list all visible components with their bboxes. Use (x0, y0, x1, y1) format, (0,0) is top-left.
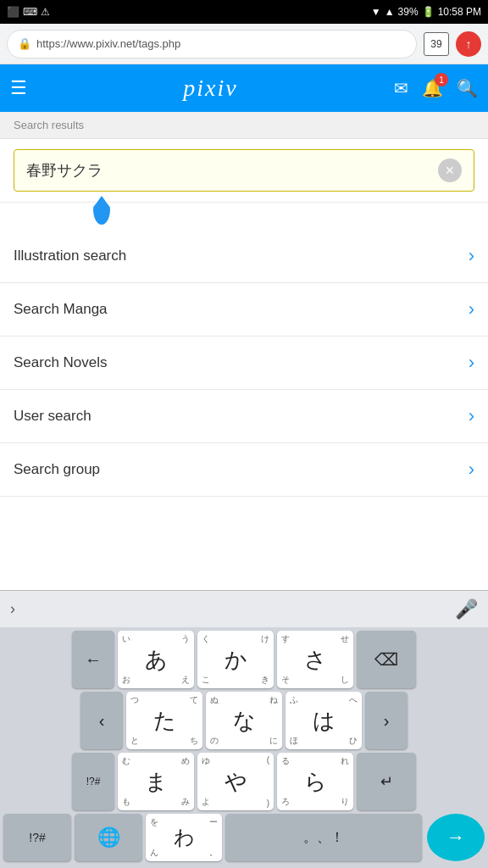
keyboard-toolbar: › 🎤 (0, 590, 488, 627)
mail-icon[interactable]: ✉ (394, 78, 408, 98)
search-novels-option[interactable]: Search Novels › (0, 337, 488, 390)
status-left-icons: ⬛ ⌨ ⚠ (7, 6, 50, 18)
search-field[interactable]: 春野サクラ ✕ (14, 149, 474, 192)
battery-icon: 🔋 (422, 6, 435, 18)
lock-icon: 🔒 (18, 37, 31, 50)
keyboard-rows: ← い あ う お え く か け こ き す さ せ そ し (0, 627, 488, 868)
hamburger-menu-icon[interactable]: ☰ (10, 77, 27, 99)
send-key[interactable]: → (427, 814, 485, 861)
arrow-left-key-2[interactable]: ‹ (80, 692, 123, 749)
chevron-right-icon: › (469, 405, 474, 427)
search-results-header: Search results (0, 112, 488, 139)
keyboard-row-3: !?# む ま め も み ゆ や ( よ ) る ら れ ろ り (2, 753, 486, 810)
user-search-label: User search (14, 408, 92, 425)
key-na[interactable]: ぬ な ね の に (206, 692, 282, 749)
key-ka[interactable]: く か け こ き (197, 631, 274, 688)
arrow-left-key[interactable]: ← (72, 631, 114, 688)
status-bar: ⬛ ⌨ ⚠ ▼ ▲ 39% 🔋 10:58 PM (0, 0, 488, 24)
key-ha[interactable]: ふ は へ ほ ひ (286, 692, 362, 749)
keyboard-expand-button[interactable]: › (10, 600, 15, 618)
refresh-icon: ↑ (466, 37, 472, 51)
teardrop-shape (93, 203, 110, 225)
refresh-button[interactable]: ↑ (456, 31, 481, 57)
chevron-right-icon: › (469, 352, 474, 374)
tab-count-button[interactable]: 39 (424, 32, 449, 56)
key-ya[interactable]: ゆ や ( よ ) (197, 753, 274, 810)
search-manga-option[interactable]: Search Manga › (0, 283, 488, 337)
chevron-right-icon: › (469, 298, 474, 320)
key-sa[interactable]: す さ せ そ し (277, 631, 353, 688)
keyboard: › 🎤 ← い あ う お え く か け こ き す さ (0, 590, 488, 868)
address-bar: 🔒 https://www.pixiv.net/tags.php 39 ↑ (0, 24, 488, 64)
screen-icon: ⬛ (7, 6, 19, 18)
keyboard-icon: ⌨ (23, 6, 37, 18)
search-nav-icon[interactable]: 🔍 (457, 78, 478, 98)
symbols-toggle-key[interactable]: !?# (3, 814, 71, 861)
keyboard-mic-button[interactable]: 🎤 (455, 598, 478, 620)
status-right-info: ▼ ▲ 39% 🔋 10:58 PM (371, 6, 481, 18)
backspace-key[interactable]: ⌫ (357, 631, 416, 688)
warning-icon: ⚠ (41, 6, 50, 18)
illustration-search-label: Illustration search (14, 248, 126, 264)
key-wa[interactable]: を わ ー ん 。 (146, 814, 222, 861)
user-search-option[interactable]: User search › (0, 390, 488, 443)
arrow-right-key[interactable]: › (365, 692, 408, 749)
clear-icon: ✕ (445, 164, 455, 177)
notification-badge: 1 (435, 73, 448, 86)
water-drop-indicator (0, 203, 488, 230)
period-key[interactable]: 。、！ (225, 814, 422, 861)
wifi-icon: ▼ (371, 6, 381, 18)
signal-icon: ▲ (385, 6, 395, 18)
url-text: https://www.pixiv.net/tags.php (36, 37, 406, 50)
keyboard-bottom-row: !?# 🌐 を わ ー ん 。 。、！ → (2, 814, 486, 861)
search-group-option[interactable]: Search group › (0, 443, 488, 497)
illustration-search-option[interactable]: Illustration search › (0, 230, 488, 283)
url-input[interactable]: 🔒 https://www.pixiv.net/tags.php (7, 30, 417, 58)
search-novels-label: Search Novels (14, 354, 108, 371)
clock: 10:58 PM (438, 6, 481, 18)
search-group-label: Search group (14, 461, 100, 478)
key-ra[interactable]: る ら れ ろ り (277, 753, 353, 810)
search-input-area: 春野サクラ ✕ (0, 139, 488, 203)
content-area: Search results 春野サクラ ✕ Illustration sear… (0, 112, 488, 497)
pixiv-navbar: ☰ pixiv ✉ 🔔 1 🔍 (0, 64, 488, 112)
key-a[interactable]: い あ う お え (118, 631, 194, 688)
clear-search-button[interactable]: ✕ (438, 159, 462, 182)
keyboard-row-2: ‹ つ た て と ち ぬ な ね の に ふ は へ ほ ひ (2, 692, 486, 749)
chevron-right-icon: › (469, 459, 474, 481)
chevron-right-icon: › (469, 245, 474, 267)
pixiv-logo: pixiv (183, 75, 237, 102)
key-ma[interactable]: む ま め も み (118, 753, 194, 810)
search-manga-label: Search Manga (14, 301, 108, 318)
keyboard-row-1: ← い あ う お え く か け こ き す さ せ そ し (2, 631, 486, 688)
symbols-key[interactable]: !?# (72, 753, 114, 810)
globe-key[interactable]: 🌐 (75, 814, 142, 861)
notification-icon[interactable]: 🔔 1 (422, 78, 443, 98)
nav-right-icons: ✉ 🔔 1 🔍 (394, 78, 478, 98)
key-ta[interactable]: つ た て と ち (126, 692, 202, 749)
search-field-value: 春野サクラ (26, 160, 103, 181)
enter-key[interactable]: ↵ (357, 753, 416, 810)
battery-percent: 39% (398, 6, 419, 18)
